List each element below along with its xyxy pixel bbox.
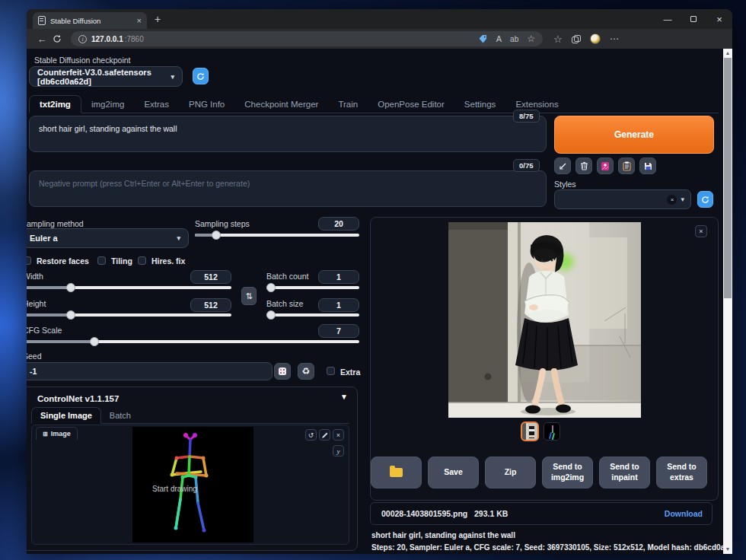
close-button[interactable]: ×	[706, 9, 732, 29]
generation-prompt-text: short hair girl, standing against the wa…	[371, 531, 515, 539]
cfg-scale-input[interactable]: 7	[318, 324, 359, 338]
thumbnail-generated-selected[interactable]	[521, 422, 539, 441]
url-bar[interactable]: i 127.0.0.1 :7860 A ab ☆	[71, 31, 543, 46]
checkpoint-dropdown[interactable]: Counterfeit-V3.0.safetensors [db6cd0a62d…	[29, 66, 183, 87]
scrollbar-thumb[interactable]	[724, 58, 732, 298]
width-input[interactable]: 512	[190, 270, 231, 284]
styles-label: Styles	[554, 180, 576, 189]
tab-checkpoint-merger[interactable]: Checkpoint Merger	[234, 96, 328, 113]
favorites-icon[interactable]: ☆	[527, 33, 535, 44]
reuse-seed-recycle-icon[interactable]: ♻	[298, 363, 314, 380]
page-scrollbar[interactable]: ▲ ▼	[723, 49, 732, 554]
sampling-steps-input[interactable]: 20	[318, 217, 359, 231]
extra-seed-checkbox[interactable]	[327, 367, 335, 375]
height-slider[interactable]	[27, 313, 231, 317]
undo-icon[interactable]: ↺	[305, 429, 317, 441]
sampling-steps-slider[interactable]	[195, 234, 359, 237]
new-tab-button[interactable]: +	[155, 13, 161, 25]
browser-menu-icon[interactable]: ⋯	[610, 33, 619, 44]
tab-extras[interactable]: Extras	[134, 96, 179, 113]
minimize-button[interactable]: —	[655, 9, 681, 29]
prompt-input[interactable]: short hair girl, standing against the wa…	[29, 116, 547, 152]
gallery-close-icon[interactable]: ×	[695, 225, 707, 237]
sampling-method-dropdown[interactable]: Euler a ▾	[27, 228, 189, 248]
width-slider[interactable]	[27, 286, 231, 289]
cfg-scale-slider[interactable]	[27, 340, 359, 343]
sampling-steps-label: Sampling steps	[195, 219, 250, 228]
zip-button[interactable]: Zip	[485, 457, 536, 488]
send-to-inpaint-button[interactable]: Send to inpaint	[599, 457, 650, 488]
url-port: :7860	[125, 35, 144, 43]
random-seed-dice-icon[interactable]	[274, 363, 291, 380]
generated-image[interactable]	[448, 222, 641, 418]
generate-button[interactable]: Generate	[554, 116, 714, 154]
site-info-icon[interactable]: i	[78, 35, 87, 43]
send-to-img2img-button[interactable]: Send to img2img	[542, 457, 593, 488]
styles-refresh-button[interactable]	[697, 191, 713, 208]
start-drawing-label: Start drawing	[152, 485, 197, 493]
controlnet-collapse-icon[interactable]: ▼	[340, 393, 348, 401]
sketch-pen-icon[interactable]: y	[333, 445, 344, 457]
save-button[interactable]: Save	[428, 457, 479, 488]
height-input[interactable]: 512	[190, 298, 231, 312]
edit-pencil-icon[interactable]	[319, 429, 330, 441]
swap-dimensions-button[interactable]: ⇅	[241, 287, 257, 305]
favorites-bar-icon[interactable]: ☆	[553, 33, 563, 45]
controlnet-tab-single-image[interactable]: Single Image	[31, 407, 101, 424]
clear-styles-icon[interactable]: ×	[667, 195, 677, 205]
checkpoint-refresh-button[interactable]	[193, 68, 209, 84]
collections-icon[interactable]	[572, 35, 581, 43]
refresh-icon[interactable]	[53, 34, 68, 43]
tiling-checkbox[interactable]	[97, 256, 106, 265]
openpose-canvas[interactable]: Start drawing	[132, 427, 253, 542]
gallery-thumbnails	[521, 422, 560, 441]
desktop: Stable Diffusion × + — × ← i 127.0.0.1 :…	[0, 0, 746, 560]
back-icon[interactable]: ←	[34, 33, 49, 45]
tab-settings[interactable]: Settings	[454, 96, 506, 113]
seed-input[interactable]: -1	[27, 362, 273, 380]
open-folder-button[interactable]	[371, 457, 422, 488]
download-link[interactable]: Download	[665, 509, 703, 518]
read-aloud-icon[interactable]: A	[496, 34, 502, 43]
browser-titlebar: Stable Diffusion × + — ×	[27, 9, 732, 29]
apply-styles-icon[interactable]	[618, 158, 635, 174]
scroll-up-icon[interactable]: ▲	[723, 49, 732, 58]
extra-seed-label: Extra	[340, 368, 360, 377]
styles-dropdown[interactable]: × ▾	[554, 189, 691, 209]
tab-png-info[interactable]: PNG Info	[179, 96, 234, 113]
batch-size-input[interactable]: 1	[318, 298, 359, 312]
read-params-button[interactable]	[554, 158, 571, 174]
batch-count-slider[interactable]	[266, 286, 359, 289]
extra-networks-icon[interactable]	[597, 158, 614, 174]
controlnet-title[interactable]: ControlNet v1.1.157	[37, 394, 119, 403]
maximize-button[interactable]	[681, 9, 706, 29]
scroll-down-icon[interactable]: ▼	[723, 545, 732, 554]
tab-close-icon[interactable]: ×	[137, 16, 142, 25]
tab-img2img[interactable]: img2img	[81, 96, 134, 113]
thumbnail-openpose[interactable]	[544, 422, 560, 441]
batch-count-input[interactable]: 1	[318, 270, 359, 284]
window-controls: — ×	[655, 9, 732, 29]
browser-toolbar-icons: ☆ ⋯	[553, 33, 619, 45]
hires-fix-checkbox[interactable]	[138, 256, 146, 265]
browser-tab[interactable]: Stable Diffusion ×	[33, 12, 147, 29]
negative-prompt-input[interactable]	[29, 170, 547, 207]
translate-icon[interactable]: ab	[510, 35, 518, 43]
trash-icon[interactable]	[575, 158, 592, 174]
profile-avatar[interactable]	[590, 33, 601, 44]
tab-train[interactable]: Train	[328, 96, 368, 113]
prompt-tools	[554, 158, 656, 174]
controlnet-tab-batch[interactable]: Batch	[101, 408, 139, 423]
restore-faces-checkbox[interactable]	[27, 256, 31, 265]
batch-size-slider[interactable]	[266, 313, 359, 317]
send-to-extras-button[interactable]: Send to extras	[656, 457, 707, 488]
tab-openpose-editor[interactable]: OpenPose Editor	[368, 96, 454, 113]
width-label: Width	[27, 272, 43, 281]
shopping-icon[interactable]	[478, 34, 488, 44]
styles-caret-icon: ▾	[681, 196, 684, 203]
browser-addressbar: ← i 127.0.0.1 :7860 A ab ☆ ☆ ⋯	[27, 29, 732, 49]
clear-image-icon[interactable]: ×	[333, 429, 344, 441]
save-style-icon[interactable]	[639, 158, 656, 174]
tab-txt2img[interactable]: txt2img	[29, 95, 81, 113]
controlnet-image-tab[interactable]: ⊞ Image	[36, 427, 78, 440]
